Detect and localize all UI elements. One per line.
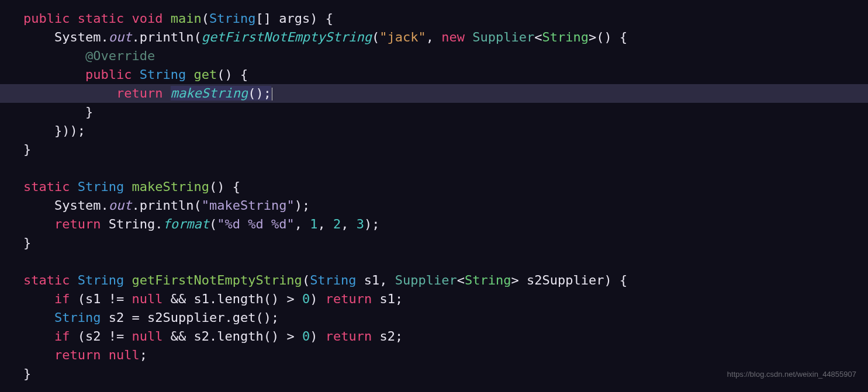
- type-supplier: Supplier: [472, 30, 534, 44]
- call-format: format: [162, 217, 209, 231]
- code-line[interactable]: System.out.println("makeString");: [23, 196, 868, 215]
- code-line[interactable]: return null;: [23, 346, 868, 365]
- keyword-return: return: [116, 86, 162, 100]
- method-get: get: [193, 67, 217, 82]
- string-literal: "makeString": [202, 198, 295, 213]
- annotation-override: @Override: [85, 48, 155, 63]
- code-line[interactable]: public String get() {: [23, 65, 868, 84]
- code-line[interactable]: static String getFirstNotEmptyString(Str…: [23, 271, 868, 290]
- watermark-text: https://blog.csdn.net/weixin_44855907: [727, 365, 856, 384]
- code-line[interactable]: [23, 252, 868, 271]
- code-line-highlighted[interactable]: return makeString();: [0, 84, 868, 103]
- code-line[interactable]: }: [23, 103, 868, 122]
- code-line[interactable]: }: [23, 140, 868, 159]
- code-editor[interactable]: public static void main(String[] args) {…: [0, 0, 868, 383]
- method-main: main: [171, 11, 202, 26]
- call-makestring-selected: makeString: [171, 86, 248, 100]
- method-getfirstnotemptystring: getFirstNotEmptyString: [132, 273, 302, 287]
- code-line[interactable]: static String makeString() {: [23, 178, 868, 196]
- code-line[interactable]: System.out.println(getFirstNotEmptyStrin…: [23, 28, 868, 47]
- number-literal: 2: [333, 217, 341, 231]
- code-line[interactable]: return String.format("%d %d %d", 1, 2, 3…: [23, 215, 868, 234]
- keyword-null: null: [132, 292, 162, 306]
- code-line[interactable]: String s2 = s2Supplier.get();: [23, 308, 868, 327]
- keyword-new: new: [441, 30, 465, 44]
- code-line[interactable]: if (s2 != null && s2.length() > 0) retur…: [23, 327, 868, 346]
- code-line[interactable]: }: [23, 234, 868, 252]
- keyword-static: static: [78, 11, 124, 26]
- method-makestring: makeString: [132, 179, 209, 194]
- code-line[interactable]: public static void main(String[] args) {: [23, 9, 868, 28]
- type-string-array: String: [209, 11, 255, 26]
- keyword-if: if: [54, 292, 70, 306]
- keyword-void: void: [132, 11, 162, 26]
- keyword-public: public: [23, 11, 70, 26]
- number-literal: 3: [357, 217, 364, 231]
- string-literal: "%d %d %d": [217, 217, 294, 231]
- field-out: out: [109, 30, 132, 44]
- code-line[interactable]: [23, 159, 868, 178]
- code-line[interactable]: if (s1 != null && s1.length() > 0) retur…: [23, 290, 868, 308]
- call-getfirstnotemptystring: getFirstNotEmptyString: [202, 30, 372, 44]
- number-literal: 1: [310, 217, 317, 231]
- code-line[interactable]: }));: [23, 122, 868, 140]
- string-literal: "jack": [379, 30, 426, 44]
- code-line[interactable]: @Override: [23, 47, 868, 65]
- text-cursor: [272, 88, 272, 100]
